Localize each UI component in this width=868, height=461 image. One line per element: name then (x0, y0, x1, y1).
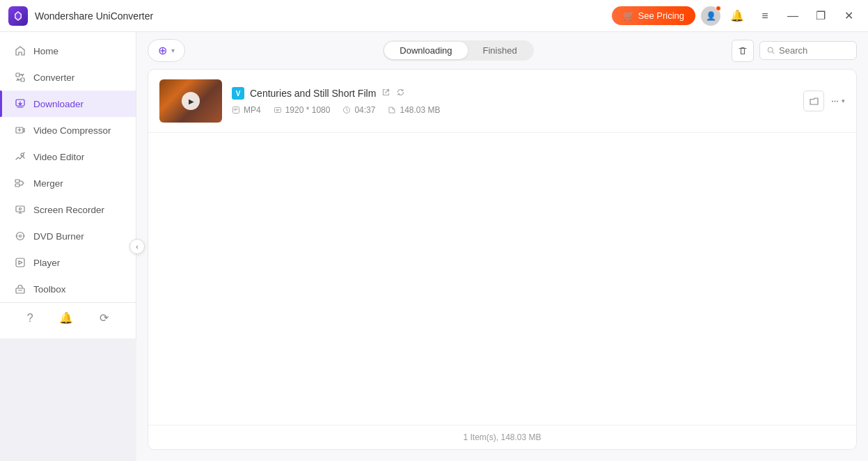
sidebar-label-dvd-burner: DVD Burner (33, 231, 84, 242)
file-thumbnail (159, 79, 222, 123)
sidebar-item-downloader[interactable]: Downloader (0, 91, 136, 117)
sidebar-label-screen-recorder: Screen Recorder (33, 205, 104, 215)
sidebar-item-video-compressor[interactable]: Video Compressor (0, 117, 136, 143)
feedback-icon[interactable]: ⟳ (100, 311, 109, 325)
more-options-icon (830, 96, 840, 107)
size-icon (388, 106, 396, 114)
app-logo (8, 6, 28, 26)
svg-point-13 (768, 47, 773, 52)
refresh-icon[interactable] (396, 88, 405, 99)
sidebar-label-downloader: Downloader (33, 99, 84, 109)
add-btn-chevron: ▾ (171, 47, 175, 54)
titlebar-left: Wondershare UniConverter (8, 6, 153, 26)
file-actions: ▾ (803, 91, 845, 111)
menu-button[interactable]: ≡ (754, 5, 776, 27)
topbar-actions (732, 40, 857, 62)
sidebar-label-toolbox: Toolbox (33, 284, 66, 295)
sidebar-label-home: Home (33, 46, 58, 56)
content-topbar: ⊕ ▾ Downloading Finished (136, 32, 868, 69)
sidebar-label-player: Player (33, 258, 60, 268)
svg-rect-1 (21, 78, 24, 81)
svg-rect-5 (15, 180, 19, 182)
content-area: ⊕ ▾ Downloading Finished (136, 32, 868, 461)
search-input[interactable] (779, 45, 849, 56)
sidebar-item-toolbox[interactable]: Toolbox (0, 276, 136, 302)
tab-downloading[interactable]: Downloading (384, 42, 467, 59)
video-editor-icon (14, 150, 26, 163)
file-item: V Centuries and Still Short Film (148, 70, 856, 133)
vimeo-badge: V (232, 87, 244, 100)
resolution-icon (274, 106, 282, 114)
svg-rect-6 (15, 184, 19, 187)
close-button[interactable]: ✕ (837, 5, 860, 27)
meta-format: MP4 (232, 105, 261, 115)
sidebar-label-merger: Merger (33, 178, 63, 189)
tabs-container: Downloading Finished (383, 40, 533, 61)
sidebar-item-merger[interactable]: Merger (0, 170, 136, 196)
add-download-button[interactable]: ⊕ ▾ (148, 39, 185, 62)
svg-rect-7 (16, 206, 24, 212)
more-chevron-icon: ▾ (842, 97, 845, 104)
minimize-button[interactable]: — (782, 5, 804, 27)
file-title-row: V Centuries and Still Short Film (232, 87, 794, 100)
toolbox-icon (14, 283, 26, 295)
meta-size: 148.03 MB (388, 105, 440, 115)
delete-button[interactable] (732, 40, 754, 62)
status-bar: 1 Item(s), 148.03 MB (148, 425, 856, 449)
sidebar-item-screen-recorder[interactable]: Screen Recorder (0, 196, 136, 223)
screen-recorder-icon (14, 203, 26, 216)
format-icon (232, 106, 240, 114)
dvd-burner-icon (14, 230, 26, 242)
svg-point-19 (837, 100, 838, 102)
notification-icon[interactable]: 🔔 (59, 311, 73, 325)
cart-icon: 🛒 (623, 10, 634, 21)
downloader-icon (14, 97, 26, 110)
avatar[interactable]: 👤 (701, 6, 720, 26)
more-options-button[interactable]: ▾ (830, 96, 845, 107)
video-compressor-icon (14, 124, 26, 136)
svg-point-18 (835, 100, 836, 102)
sidebar-label-video-editor: Video Editor (33, 152, 84, 162)
titlebar: Wondershare UniConverter 🛒 See Pricing 👤… (0, 0, 868, 32)
open-folder-button[interactable] (803, 91, 824, 111)
sidebar-item-dvd-burner[interactable]: DVD Burner (0, 223, 136, 249)
sidebar-label-converter: Converter (33, 72, 74, 83)
file-title: Centuries and Still Short Film (250, 88, 376, 99)
sidebar-item-player[interactable]: Player (0, 249, 136, 276)
empty-space (148, 133, 856, 425)
merger-icon (14, 177, 26, 189)
svg-point-10 (19, 235, 22, 237)
search-box (759, 41, 857, 60)
duration-icon (342, 106, 351, 114)
search-icon (767, 46, 775, 55)
sidebar-label-video-compressor: Video Compressor (33, 125, 111, 136)
main-layout: Home Converter (0, 32, 868, 461)
sidebar-item-video-editor[interactable]: Video Editor (0, 143, 136, 170)
svg-rect-0 (16, 73, 19, 77)
svg-point-17 (832, 100, 833, 102)
file-meta: MP4 1920 * 1080 (232, 105, 794, 115)
maximize-button[interactable]: ❐ (810, 5, 832, 27)
svg-point-8 (19, 208, 22, 210)
svg-rect-11 (16, 258, 24, 267)
converter-icon (14, 71, 26, 84)
status-text: 1 Item(s), 148.03 MB (463, 432, 541, 442)
bell-button[interactable]: 🔔 (726, 5, 748, 27)
sidebar-collapse-button[interactable]: ‹ (129, 239, 145, 254)
player-icon (14, 256, 26, 269)
sidebar: Home Converter (0, 32, 136, 338)
open-link-icon[interactable] (381, 88, 390, 99)
see-pricing-button[interactable]: 🛒 See Pricing (612, 6, 695, 25)
content-panel: V Centuries and Still Short Film (148, 69, 857, 450)
help-icon[interactable]: ? (27, 312, 33, 325)
sidebar-wrapper: Home Converter (0, 32, 136, 461)
file-info: V Centuries and Still Short Film (232, 87, 794, 115)
play-overlay-button[interactable] (182, 92, 200, 110)
sidebar-item-home[interactable]: Home (0, 38, 136, 64)
home-icon (14, 45, 26, 57)
sidebar-item-converter[interactable]: Converter (0, 64, 136, 91)
tab-finished[interactable]: Finished (468, 42, 532, 59)
titlebar-right: 🛒 See Pricing 👤 🔔 ≡ — ❐ ✕ (612, 5, 860, 27)
sidebar-bottom: ? 🔔 ⟳ (0, 302, 136, 333)
app-title: Wondershare UniConverter (35, 10, 153, 22)
